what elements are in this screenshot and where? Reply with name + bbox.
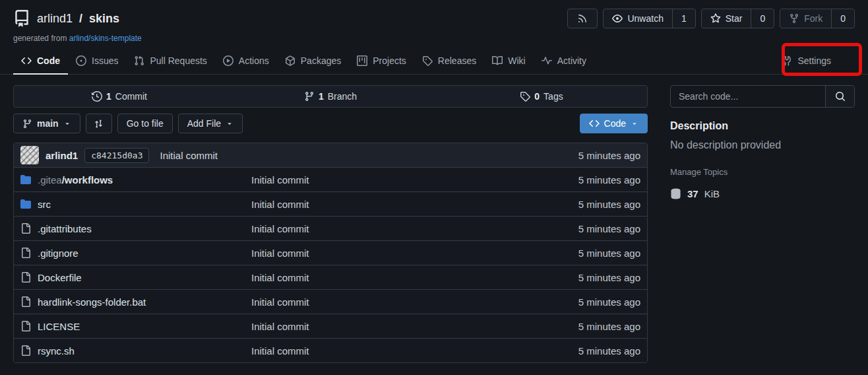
file-name-text: hardlink-songs-folder.bat: [38, 296, 146, 308]
file-commit-message[interactable]: Initial commit: [251, 321, 578, 332]
folder-icon: [20, 174, 31, 185]
tab-projects-label: Projects: [373, 55, 406, 66]
file-name-cell[interactable]: .gitattributes: [20, 223, 251, 234]
tab-releases[interactable]: Releases: [414, 48, 484, 74]
tab-code[interactable]: Code: [13, 48, 68, 75]
compare-button[interactable]: [86, 114, 112, 133]
repo-sidebar: Description No description provided Mana…: [670, 85, 855, 363]
star-button[interactable]: Star: [702, 9, 751, 28]
tab-activity[interactable]: Activity: [534, 48, 594, 74]
fork-icon: [789, 13, 799, 24]
code-download-button[interactable]: Code: [580, 114, 648, 133]
add-file-button[interactable]: Add File: [178, 114, 243, 133]
commit-hash-badge[interactable]: c84215d0a3: [84, 148, 149, 163]
file-name-text: /workflows: [62, 174, 113, 186]
file-name-cell[interactable]: .gitea/workflows: [20, 174, 251, 186]
file-commit-time: 5 minutes ago: [578, 223, 640, 234]
package-icon: [285, 55, 295, 66]
file-name-cell[interactable]: LICENSE: [20, 321, 251, 332]
commit-message-link[interactable]: Initial commit: [160, 150, 218, 161]
tab-packages[interactable]: Packages: [277, 48, 349, 74]
pulse-icon: [542, 55, 552, 66]
tab-issues[interactable]: Issues: [68, 48, 126, 74]
watch-button-group: Unwatch 1: [603, 9, 695, 28]
repo-owner-link[interactable]: arlind1: [37, 12, 73, 26]
file-table: arlind1 c84215d0a3 Initial commit 5 minu…: [13, 143, 648, 363]
search-icon: [835, 91, 846, 102]
tab-projects[interactable]: Projects: [349, 48, 414, 74]
branch-selector[interactable]: main: [13, 114, 80, 133]
file-row[interactable]: .gitignore Initial commit 5 minutes ago: [14, 240, 647, 265]
search-input[interactable]: [671, 86, 825, 107]
file-name-link[interactable]: hardlink-songs-folder.bat: [38, 296, 146, 308]
fork-button-group: Fork 0: [780, 9, 855, 28]
repo-size: 37 KiB: [670, 188, 855, 199]
file-name-link[interactable]: Dockerfile: [38, 272, 82, 283]
file-name-cell[interactable]: rsync.sh: [20, 345, 251, 357]
unwatch-button[interactable]: Unwatch: [604, 9, 671, 28]
file-commit-time: 5 minutes ago: [578, 199, 640, 210]
commit-author-link[interactable]: arlind1: [46, 150, 78, 161]
avatar[interactable]: [20, 146, 39, 164]
manage-topics-link[interactable]: Manage Topics: [670, 167, 855, 177]
file-name-cell[interactable]: src: [20, 199, 251, 210]
file-name-link[interactable]: src: [38, 199, 51, 210]
tab-activity-label: Activity: [557, 55, 586, 66]
pull-request-icon: [134, 55, 144, 66]
tag-icon: [520, 91, 530, 102]
file-row[interactable]: .gitattributes Initial commit 5 minutes …: [14, 216, 647, 240]
description-heading: Description: [670, 120, 855, 132]
generated-from-label: generated from: [13, 34, 67, 43]
file-row[interactable]: .gitea/workflows Initial commit 5 minute…: [14, 167, 647, 191]
file-name-cell[interactable]: hardlink-songs-folder.bat: [20, 296, 251, 308]
file-name-text: LICENSE: [38, 321, 80, 332]
code-button-label: Code: [604, 118, 626, 129]
file-commit-message[interactable]: Initial commit: [251, 272, 578, 283]
file-commit-message[interactable]: Initial commit: [251, 248, 578, 259]
file-name-link[interactable]: LICENSE: [38, 321, 80, 332]
code-icon: [21, 55, 32, 66]
file-commit-message[interactable]: Initial commit: [251, 345, 578, 357]
file-name-link[interactable]: .gitattributes: [38, 223, 92, 234]
tab-actions-label: Actions: [239, 55, 269, 66]
chevron-down-icon: [631, 119, 638, 127]
file-commit-message[interactable]: Initial commit: [251, 199, 578, 210]
search-button[interactable]: [825, 86, 854, 107]
file-name-text: rsync.sh: [38, 345, 75, 357]
file-row[interactable]: src Initial commit 5 minutes ago: [14, 191, 647, 216]
go-to-file-button[interactable]: Go to file: [117, 114, 173, 133]
file-name-link[interactable]: rsync.sh: [38, 345, 75, 357]
tab-actions[interactable]: Actions: [215, 48, 277, 74]
rss-button[interactable]: [567, 9, 598, 28]
file-commit-message[interactable]: Initial commit: [251, 174, 578, 186]
file-name-cell[interactable]: Dockerfile: [20, 272, 251, 283]
file-commit-time: 5 minutes ago: [578, 296, 640, 308]
stars-count[interactable]: 0: [751, 9, 774, 28]
fork-button[interactable]: Fork: [780, 9, 831, 28]
tab-settings[interactable]: Settings: [774, 48, 839, 74]
tab-releases-label: Releases: [438, 55, 476, 66]
file-commit-message[interactable]: Initial commit: [251, 296, 578, 308]
file-name-link[interactable]: .gitea/workflows: [38, 174, 113, 186]
commits-stat[interactable]: 1 Commit: [14, 91, 225, 102]
tags-stat[interactable]: 0 Tags: [436, 91, 647, 102]
forks-count[interactable]: 0: [831, 9, 854, 28]
branches-stat[interactable]: 1 Branch: [225, 91, 436, 102]
repo-size-unit: KiB: [704, 188, 720, 199]
file-commit-message[interactable]: Initial commit: [251, 223, 578, 234]
file-row[interactable]: LICENSE Initial commit 5 minutes ago: [14, 314, 647, 338]
tab-packages-label: Packages: [301, 55, 341, 66]
template-repo-link[interactable]: arlind/skins-template: [69, 34, 142, 43]
file-commit-time: 5 minutes ago: [578, 248, 640, 259]
tab-pull-requests[interactable]: Pull Requests: [126, 48, 214, 74]
file-name-link[interactable]: .gitignore: [38, 248, 78, 259]
tab-wiki[interactable]: Wiki: [484, 48, 533, 74]
file-row[interactable]: hardlink-songs-folder.bat Initial commit…: [14, 289, 647, 314]
play-circle-icon: [223, 55, 233, 66]
file-commit-time: 5 minutes ago: [578, 272, 640, 283]
file-name-cell[interactable]: .gitignore: [20, 248, 251, 259]
file-row[interactable]: Dockerfile Initial commit 5 minutes ago: [14, 265, 647, 289]
repo-name-link[interactable]: skins: [89, 12, 119, 26]
watchers-count[interactable]: 1: [672, 9, 695, 28]
file-row[interactable]: rsync.sh Initial commit 5 minutes ago: [14, 338, 647, 362]
